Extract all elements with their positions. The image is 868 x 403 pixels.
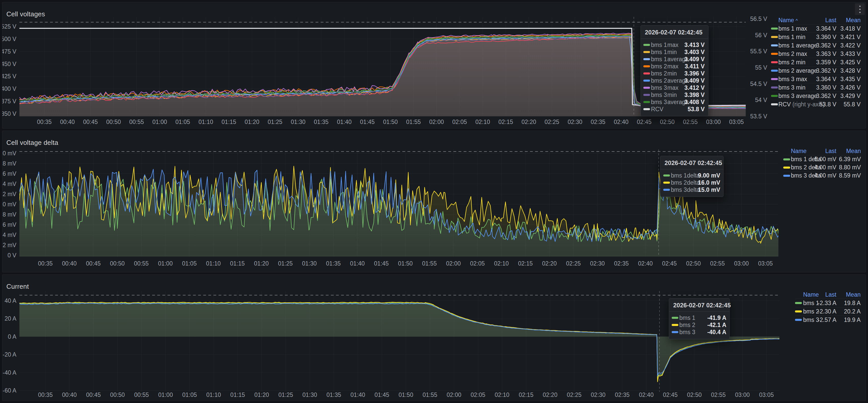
series-color-swatch bbox=[663, 174, 670, 176]
svg-text:55.5 V: 55.5 V bbox=[750, 48, 767, 55]
series-mean-value: 3.428 V bbox=[822, 67, 861, 75]
legend-sort-name[interactable]: Name^ bbox=[778, 16, 798, 25]
svg-text:01:05: 01:05 bbox=[176, 119, 190, 125]
legend-row[interactable]: bms 3 delta4.00 mV8.59 mV bbox=[783, 171, 861, 179]
svg-text:01:30: 01:30 bbox=[302, 260, 317, 267]
tooltip-row: bms 3max3.412 V bbox=[641, 84, 708, 91]
legend-row[interactable]: bms 2 max3.363 V3.433 V bbox=[771, 49, 862, 58]
series-color-swatch bbox=[771, 28, 778, 30]
series-color-swatch bbox=[795, 310, 802, 312]
svg-text:10 mV: 10 mV bbox=[2, 201, 17, 208]
svg-text:01:10: 01:10 bbox=[206, 260, 221, 267]
legend-row[interactable]: bms 3 average3.362 V3.429 V bbox=[771, 92, 862, 100]
cell-voltages-chart[interactable]: 3.525 V3.500 V3.475 V3.450 V3.425 V3.400… bbox=[2, 2, 866, 129]
svg-text:03:00: 03:00 bbox=[706, 119, 721, 125]
series-color-swatch bbox=[643, 44, 650, 46]
svg-text:02:05: 02:05 bbox=[470, 260, 485, 267]
panel-menu-kebab-icon[interactable] bbox=[855, 3, 865, 15]
legend-row[interactable]: bms 1 average3.362 V3.422 V bbox=[771, 41, 862, 49]
tooltip-series-name: bms 1 bbox=[651, 41, 667, 48]
legend-sort-mean[interactable]: Mean bbox=[822, 16, 861, 24]
series-color-swatch bbox=[771, 70, 778, 72]
svg-text:01:15: 01:15 bbox=[230, 392, 245, 398]
legend-row[interactable]: bms 2-2.30 A20.2 A bbox=[795, 307, 861, 315]
svg-text:3.475 V: 3.475 V bbox=[2, 48, 17, 55]
svg-text:03:00: 03:00 bbox=[734, 260, 749, 267]
legend-row[interactable]: bms 1 min3.360 V3.421 V bbox=[771, 33, 862, 41]
svg-text:00:40: 00:40 bbox=[60, 119, 75, 125]
series-color-swatch bbox=[643, 65, 650, 67]
legend-row[interactable]: bms 1 max3.364 V3.418 V bbox=[771, 24, 862, 33]
svg-text:01:10: 01:10 bbox=[206, 392, 221, 398]
svg-text:01:50: 01:50 bbox=[399, 392, 413, 398]
tooltip-row: RCV53.8 V bbox=[641, 106, 708, 113]
tooltip-series-value: 3.396 V bbox=[684, 70, 705, 77]
svg-text:00:45: 00:45 bbox=[86, 392, 101, 398]
legend-row[interactable]: bms 3 max3.364 V3.435 V bbox=[771, 75, 862, 83]
tooltip-series-value: 3.412 V bbox=[684, 84, 705, 91]
legend-row[interactable]: bms 2 average3.362 V3.428 V bbox=[771, 66, 862, 75]
legend-row[interactable]: bms 3 min3.360 V3.426 V bbox=[771, 83, 862, 92]
svg-text:14 mV: 14 mV bbox=[2, 180, 17, 187]
svg-text:02:10: 02:10 bbox=[494, 260, 509, 267]
series-mean-value: 3.425 V bbox=[822, 58, 861, 66]
series-color-swatch bbox=[663, 189, 670, 191]
svg-text:02:15: 02:15 bbox=[518, 260, 533, 267]
svg-text:53.5 V: 53.5 V bbox=[750, 113, 767, 120]
series-color-swatch bbox=[783, 167, 790, 169]
legend-row[interactable]: bms 2 min3.359 V3.425 V bbox=[771, 58, 862, 66]
series-fills bbox=[20, 302, 779, 382]
svg-text:00:55: 00:55 bbox=[134, 260, 149, 267]
legend-row[interactable]: bms 2 delta4.00 mV8.80 mV bbox=[783, 163, 861, 171]
series-color-swatch bbox=[771, 36, 778, 38]
tooltip-row: bms 3delta15.0 mV bbox=[660, 186, 723, 193]
tooltip-series-value: 3.409 V bbox=[684, 56, 705, 63]
tooltip-row: bms 1max3.413 V bbox=[641, 41, 708, 48]
svg-text:01:20: 01:20 bbox=[254, 392, 269, 398]
tooltip-row: bms 3min3.398 V bbox=[641, 91, 708, 98]
panel-title[interactable]: Cell voltage delta bbox=[6, 139, 58, 147]
series-color-swatch bbox=[672, 317, 678, 319]
svg-text:54 V: 54 V bbox=[755, 97, 767, 103]
tooltip-series-value: -42.1 A bbox=[707, 322, 726, 329]
cell-voltage-delta-chart[interactable]: 20 mV18 mV16 mV14 mV12 mV10 mV8 mV6 mV4 … bbox=[2, 131, 866, 273]
legend-row[interactable]: RCV (right y-axis)53.8 V55.8 V bbox=[771, 100, 862, 108]
svg-text:02:35: 02:35 bbox=[591, 119, 606, 125]
legend-row[interactable]: bms 1 delta5.00 mV6.39 mV bbox=[783, 155, 861, 163]
legend-table: NameLastMeanbms 1 delta5.00 mV6.39 mVbms… bbox=[783, 147, 861, 179]
svg-text:01:00: 01:00 bbox=[158, 260, 173, 267]
svg-text:01:35: 01:35 bbox=[326, 260, 341, 267]
tooltip-series-name: RCV bbox=[651, 106, 663, 113]
tooltip-series-name: bms 1 bbox=[671, 172, 687, 179]
series-mean-value: 3.422 V bbox=[822, 41, 861, 49]
legend-row[interactable]: bms 3-2.57 A19.9 A bbox=[795, 315, 861, 324]
svg-text:3.500 V: 3.500 V bbox=[2, 36, 17, 42]
svg-text:01:25: 01:25 bbox=[268, 119, 283, 125]
panel-title[interactable]: Cell voltages bbox=[6, 10, 45, 18]
tooltip-series-name: bms 2 bbox=[679, 322, 695, 329]
legend-sort-mean[interactable]: Mean bbox=[830, 291, 861, 299]
svg-text:4 mV: 4 mV bbox=[3, 232, 16, 238]
svg-text:02:05: 02:05 bbox=[471, 392, 486, 398]
panel-title[interactable]: Current bbox=[6, 282, 29, 291]
tooltip-series-field: min bbox=[667, 48, 677, 56]
current-chart[interactable]: 40 A20 A0 A-20 A-40 A-60 A00:3500:4000:4… bbox=[2, 275, 866, 401]
svg-text:01:50: 01:50 bbox=[383, 119, 398, 125]
svg-text:01:30: 01:30 bbox=[291, 119, 306, 125]
svg-text:02:55: 02:55 bbox=[683, 119, 698, 125]
svg-text:02:55: 02:55 bbox=[710, 260, 725, 267]
legend-sort-mean[interactable]: Mean bbox=[828, 147, 861, 155]
svg-text:01:05: 01:05 bbox=[182, 260, 197, 267]
series-mean-value: 3.433 V bbox=[822, 50, 861, 58]
legend-row[interactable]: bms 1-2.33 A19.8 A bbox=[795, 299, 861, 307]
svg-text:02:25: 02:25 bbox=[566, 260, 581, 267]
tooltip-timestamp: 2026-02-07 02:42:45 bbox=[641, 26, 708, 38]
tooltip-row: bms 2-42.1 A bbox=[669, 322, 730, 329]
tooltip-row: bms 2delta16.0 mV bbox=[660, 179, 723, 186]
tooltip-series-name: bms 2 bbox=[651, 63, 667, 70]
series-color-swatch bbox=[771, 87, 778, 89]
series-mean-value: 6.39 mV bbox=[828, 155, 861, 163]
svg-text:3.425 V: 3.425 V bbox=[2, 73, 17, 79]
svg-text:02:15: 02:15 bbox=[519, 392, 533, 398]
series-color-swatch bbox=[643, 51, 650, 53]
